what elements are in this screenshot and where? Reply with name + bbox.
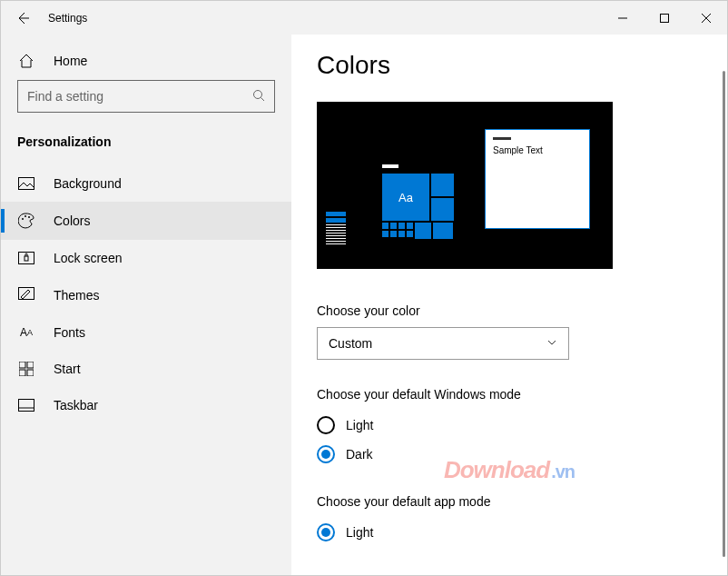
svg-rect-16 (27, 370, 34, 376)
arrow-left-icon (15, 11, 30, 25)
svg-point-8 (25, 215, 26, 217)
app-mode-group: Light (317, 518, 702, 547)
sidebar-item-label: Background (54, 176, 122, 191)
svg-point-9 (28, 216, 30, 218)
svg-rect-11 (25, 256, 28, 261)
svg-line-5 (261, 97, 265, 101)
sidebar-item-label: Colors (54, 214, 90, 228)
font-icon: AA (17, 326, 35, 339)
content: Colors Aa (291, 35, 727, 575)
titlebar: Settings (1, 1, 727, 35)
category-header: Personalization (1, 127, 291, 165)
sidebar-item-label: Taskbar (54, 398, 98, 412)
sidebar-item-label: Fonts (54, 325, 85, 340)
minimize-button[interactable] (602, 1, 644, 35)
choose-color-label: Choose your color (317, 303, 702, 318)
preview-big-tile: Aa (382, 174, 429, 221)
start-icon (17, 362, 35, 376)
radio-icon (317, 416, 335, 434)
sidebar-item-fonts[interactable]: AA Fonts (1, 314, 291, 351)
close-button[interactable] (685, 1, 727, 35)
search-icon (252, 89, 265, 104)
windows-mode-light[interactable]: Light (317, 411, 702, 440)
radio-label: Light (346, 525, 373, 540)
color-preview: Aa Sample Text (317, 102, 613, 269)
choose-color-select[interactable]: Custom (317, 327, 569, 360)
svg-rect-6 (19, 178, 34, 190)
sidebar-item-label: Start (54, 362, 81, 376)
nav-home[interactable]: Home (1, 42, 291, 80)
minimize-icon (618, 14, 627, 23)
svg-rect-14 (27, 362, 34, 368)
preview-start-tiles: Aa (382, 164, 462, 246)
sidebar-item-lock-screen[interactable]: Lock screen (1, 240, 291, 276)
preview-window: Sample Text (485, 129, 590, 229)
taskbar-icon (17, 399, 35, 412)
svg-rect-17 (19, 400, 34, 412)
windows-mode-dark[interactable]: Dark (317, 440, 702, 469)
maximize-button[interactable] (644, 1, 685, 35)
body: Home Find a setting Personalization Back… (1, 35, 727, 575)
preview-taskbar (326, 212, 346, 246)
app-mode-label: Choose your default app mode (317, 494, 702, 509)
radio-icon (317, 445, 335, 463)
palette-icon (17, 213, 35, 229)
sidebar-item-themes[interactable]: Themes (1, 276, 291, 314)
page-title: Colors (317, 51, 702, 80)
lock-screen-icon (17, 252, 35, 264)
picture-icon (17, 177, 35, 190)
chevron-down-icon (546, 336, 557, 351)
svg-rect-15 (19, 370, 25, 376)
window-title: Settings (48, 12, 87, 25)
windows-mode-group: Light Dark (317, 411, 702, 469)
window-controls (602, 1, 727, 35)
brush-icon (17, 287, 35, 303)
nav-home-label: Home (54, 54, 87, 68)
radio-label: Dark (346, 447, 373, 462)
sidebar-item-start[interactable]: Start (1, 351, 291, 387)
search-input[interactable]: Find a setting (17, 80, 275, 113)
sidebar: Home Find a setting Personalization Back… (1, 35, 291, 575)
sidebar-item-label: Lock screen (54, 251, 122, 265)
preview-sample-text: Sample Text (493, 145, 543, 155)
app-mode-light[interactable]: Light (317, 518, 702, 547)
sidebar-item-label: Themes (54, 288, 100, 303)
scrollbar[interactable] (723, 71, 725, 557)
back-button[interactable] (1, 1, 44, 35)
svg-rect-13 (19, 362, 25, 368)
search-placeholder: Find a setting (27, 89, 252, 104)
close-icon (702, 14, 711, 23)
radio-label: Light (346, 418, 373, 432)
windows-mode-label: Choose your default Windows mode (317, 387, 702, 402)
sidebar-item-colors[interactable]: Colors (1, 202, 291, 240)
radio-icon (317, 523, 335, 541)
svg-rect-1 (661, 14, 669, 22)
svg-point-4 (254, 90, 262, 98)
svg-point-7 (22, 218, 24, 220)
sidebar-item-background[interactable]: Background (1, 165, 291, 202)
choose-color-value: Custom (329, 336, 372, 351)
maximize-icon (660, 14, 669, 23)
home-icon (17, 53, 35, 69)
sidebar-item-taskbar[interactable]: Taskbar (1, 387, 291, 423)
